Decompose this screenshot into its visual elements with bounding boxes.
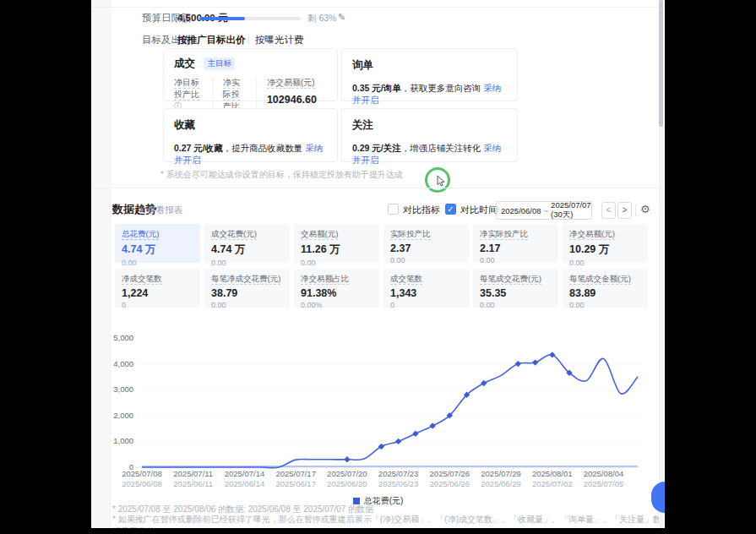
x-axis-tick-compare: 2025/06/20 bbox=[327, 479, 367, 488]
x-axis-tick-current: 2025/08/01 bbox=[532, 469, 573, 478]
goal-card-follow: 关注 0.29 元/关注，增强店铺关注转化 采纳并开启 bbox=[341, 108, 518, 162]
metric-tile[interactable]: 实际投产比2.370.00 bbox=[383, 224, 469, 263]
tab-bid-by-impression[interactable]: 按曝光计费 bbox=[255, 34, 304, 46]
metric-tile[interactable]: 净交易额占比91.38%0.00% bbox=[294, 269, 379, 308]
metric-tile[interactable]: 总花费(元)4.74 万0.00 bbox=[115, 224, 200, 263]
scrollbar-thumb[interactable] bbox=[659, 0, 663, 127]
metric-tile[interactable]: 成交笔数1,3430 bbox=[383, 269, 469, 308]
x-axis-tick-compare: 2025/06/17 bbox=[275, 479, 316, 488]
metric-tile[interactable]: 净成交笔数1,2240 bbox=[115, 269, 200, 308]
x-axis-tick-compare: 2025/06/08 bbox=[122, 479, 162, 488]
y-axis-tick-label: 2,000 bbox=[113, 411, 133, 420]
primary-goal-badge: 主目标 bbox=[204, 57, 235, 70]
footnote-2: * 如果推广在暂停或删除前已经获得了曝光，那么在暂停或重建后展示「(净)交易额」… bbox=[112, 514, 665, 528]
floating-action-button[interactable] bbox=[651, 482, 665, 513]
metric-tile[interactable]: 成交花费(元)4.74 万0.00 bbox=[204, 224, 290, 263]
x-axis-tick-current: 2025/07/14 bbox=[225, 469, 265, 478]
compare-metric-checkbox[interactable] bbox=[388, 204, 399, 215]
top-divider bbox=[91, 7, 665, 8]
mouse-cursor-icon bbox=[437, 175, 446, 187]
metric-tile[interactable]: 每笔成交金额(元)83.890.00 bbox=[563, 269, 648, 308]
budget-edit-icon[interactable]: ✎ bbox=[338, 12, 345, 23]
budget-progress-fill bbox=[199, 17, 245, 20]
next-period-button[interactable]: > bbox=[617, 202, 632, 219]
sidebar-item-label: 创意 bbox=[91, 59, 109, 70]
sidebar-item-detail[interactable]: ▤ 广详情 bbox=[91, 6, 109, 31]
metric-tile[interactable]: 每笔净成交花费(元)38.790.00 bbox=[204, 269, 290, 308]
metric-tiles-row-2: 净成交笔数1,2240每笔净成交花费(元)38.790.00净交易额占比91.3… bbox=[115, 269, 648, 308]
x-axis-tick-compare: 2025/06/14 bbox=[225, 479, 265, 488]
data-point-marker[interactable] bbox=[378, 444, 384, 450]
y-axis-tick-label: 3,000 bbox=[113, 384, 133, 394]
sidebar-item-label: 广诊断 bbox=[91, 96, 109, 107]
data-point-marker[interactable] bbox=[429, 422, 435, 428]
goal-card-title: 成交 bbox=[174, 57, 195, 71]
goal-card-desc: 0.35 元/询单，获取更多意向咨询 采纳并开启 bbox=[352, 83, 507, 106]
screen: ▤ 广详情 💡 创意 ▣ 广诊断 🕒 记录 预算日限额: 4,500.00 元 … bbox=[0, 0, 756, 534]
gear-icon[interactable]: ⚙ bbox=[640, 203, 650, 215]
x-axis-tick-compare: 2025/07/05 bbox=[584, 479, 624, 488]
trend-line-chart: 01,0002,0003,0004,0005,0002025/07/082025… bbox=[91, 330, 665, 495]
x-axis-tick-compare: 2025/06/29 bbox=[481, 479, 521, 488]
date-end: 2025/07/07 (30天) bbox=[551, 200, 591, 221]
goal-card-title: 收藏 bbox=[174, 118, 195, 133]
compare-time-checkbox[interactable]: ✓ bbox=[445, 204, 456, 215]
goal-card-title: 询单 bbox=[352, 58, 373, 73]
sidebar-item-creative[interactable]: 💡 创意 bbox=[91, 44, 109, 70]
sidebar-item-label: 记录 bbox=[91, 135, 109, 146]
y-axis-tick-label: 5,000 bbox=[113, 333, 133, 342]
goal-card-title: 关注 bbox=[352, 118, 373, 133]
view-report-link[interactable]: 查看报表 bbox=[147, 204, 182, 216]
goal-card-inquiry: 询单 0.35 元/询单，获取更多意向咨询 采纳并开启 bbox=[341, 48, 518, 101]
goal-card-favorite: 收藏 0.27 元/收藏，提升商品收藏数量 采纳并开启 bbox=[163, 108, 338, 162]
sidebar-item-history[interactable]: 🕒 记录 bbox=[91, 120, 109, 146]
data-point-marker[interactable] bbox=[395, 439, 401, 444]
data-point-marker[interactable] bbox=[549, 351, 555, 357]
tab-separator bbox=[248, 35, 249, 45]
x-axis-tick-current: 2025/07/26 bbox=[430, 469, 470, 478]
metric-tile[interactable]: 净交易额(元)10.29 万0.00 bbox=[563, 224, 648, 263]
compare-time-label: 对比时间 bbox=[460, 204, 498, 216]
x-axis-tick-current: 2025/07/29 bbox=[481, 469, 521, 478]
section-divider bbox=[91, 188, 665, 188]
x-axis-tick-current: 2025/07/23 bbox=[378, 469, 419, 478]
main-series-line bbox=[142, 355, 638, 468]
x-axis-tick-compare: 2025/06/26 bbox=[430, 479, 470, 488]
x-axis-tick-current: 2025/07/20 bbox=[327, 469, 367, 478]
x-axis-tick-current: 2025/07/17 bbox=[275, 469, 316, 478]
y-axis-tick-label: 1,000 bbox=[113, 436, 133, 445]
x-axis-tick-compare: 2025/06/23 bbox=[378, 479, 419, 488]
goal-card-deal: 成交 主目标 净目标投产比 ⓘ 2.45 ✎ 净实际投产比 2.17 净交易额(… bbox=[163, 48, 338, 101]
data-point-marker[interactable] bbox=[515, 361, 521, 367]
goal-card-desc: 0.29 元/关注，增强店铺关注转化 采纳并开启 bbox=[352, 143, 507, 166]
metric-tile[interactable]: 每笔成交花费(元)35.350.00 bbox=[473, 269, 558, 308]
budget-remaining: 剩 63% bbox=[307, 13, 336, 25]
tab-bid-by-goal[interactable]: 按推广目标出价 bbox=[177, 34, 246, 46]
x-axis-tick-compare: 2025/06/11 bbox=[173, 479, 213, 488]
metric-tile[interactable]: 净实际投产比2.170.00 bbox=[473, 224, 558, 263]
metric-tile[interactable]: 交易额(元)11.26 万0.00 bbox=[294, 224, 379, 263]
x-axis-tick-current: 2025/07/11 bbox=[173, 469, 213, 478]
sidebar-item-diagnosis[interactable]: ▣ 广诊断 bbox=[91, 82, 109, 107]
x-axis-tick-current: 2025/07/08 bbox=[122, 469, 162, 478]
goal-note: * 系统会尽可能达成你设置的目标，保持稳定投放有助于提升达成 bbox=[160, 169, 403, 181]
date-start: 2025/06/08 bbox=[501, 206, 541, 215]
metric-tiles-row-1: 总花费(元)4.74 万0.00成交花费(元)4.74 万0.00交易额(元)1… bbox=[115, 224, 648, 263]
date-range-picker[interactable]: 2025/06/08 ~ 2025/07/07 (30天) bbox=[496, 201, 592, 220]
data-point-marker[interactable] bbox=[412, 431, 418, 437]
sidebar-item-label: 广详情 bbox=[91, 20, 109, 31]
prev-period-button[interactable]: < bbox=[601, 202, 616, 219]
x-axis-tick-current: 2025/08/04 bbox=[584, 469, 624, 478]
data-point-marker[interactable] bbox=[481, 380, 487, 386]
app-window: ▤ 广详情 💡 创意 ▣ 广诊断 🕒 记录 预算日限额: 4,500.00 元 … bbox=[91, 0, 665, 528]
toolbar-separator bbox=[635, 204, 636, 216]
data-point-marker[interactable] bbox=[344, 456, 350, 462]
data-point-marker[interactable] bbox=[532, 359, 538, 365]
goal-card-desc: 0.27 元/收藏，提升商品收藏数量 采纳并开启 bbox=[174, 143, 327, 166]
x-axis-tick-compare: 2025/07/02 bbox=[532, 479, 573, 488]
y-axis-tick-label: 4,000 bbox=[113, 359, 133, 368]
budget-progress-bar bbox=[199, 17, 301, 20]
compare-metric-label: 对比指标 bbox=[403, 204, 440, 216]
